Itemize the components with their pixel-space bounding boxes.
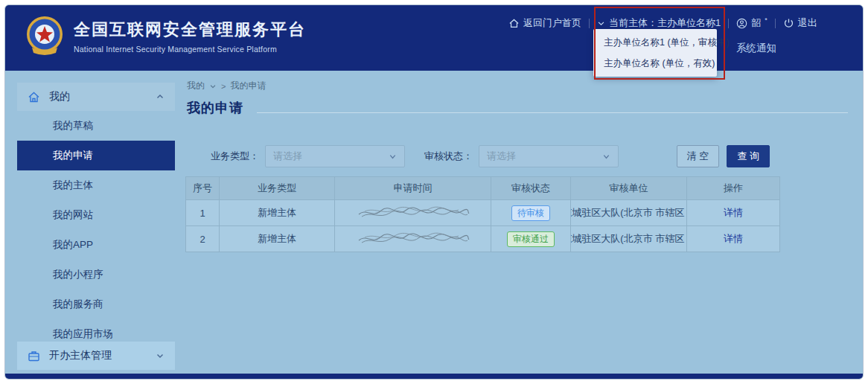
sidebar-item[interactable]: 我的小程序 (17, 260, 175, 289)
cell-apply-time (335, 226, 491, 252)
business-type-label: 业务类型： (211, 150, 259, 163)
col-seq: 序号 (186, 177, 220, 199)
detail-link[interactable]: 详情 (724, 232, 743, 246)
briefcase-icon (28, 350, 40, 362)
sidebar-group-my[interactable]: 我的 (17, 83, 175, 111)
business-type-placeholder: 请选择 (273, 150, 302, 163)
audit-status-placeholder: 请选择 (487, 150, 516, 163)
table-header-row: 序号 业务类型 申请时间 审核状态 审核单位 操作 (186, 177, 779, 200)
police-badge-logo (25, 15, 65, 58)
table-body: 1 新增主体 待审核 东城驻区大队(北京市 市辖区 ... (186, 200, 779, 252)
col-apply-time: 申请时间 (335, 177, 491, 199)
cell-apply-time (335, 200, 491, 225)
chevron-down-icon (602, 153, 610, 161)
sidebar-item[interactable]: 我的网站 (17, 200, 175, 230)
status-badge: 审核通过 (507, 231, 555, 247)
cell-audit-unit: 东城驻区大队(北京市 市辖区 ... (571, 200, 687, 225)
cell-action: 详情 (687, 226, 779, 252)
chevron-down-icon (156, 351, 165, 360)
subject-dropdown: 主办单位名称1 (单位，审核中) 主办单位名称 (单位，有效) (593, 29, 717, 77)
title-divider (257, 112, 848, 113)
sidebar-item[interactable]: 我的服务商 (17, 289, 175, 319)
audit-status-label: 审核状态： (424, 150, 473, 163)
table-row: 1 新增主体 待审核 东城驻区大队(北京市 市辖区 ... (186, 200, 779, 226)
chevron-down-icon (389, 153, 397, 161)
cell-audit-status: 待审核 (491, 200, 571, 225)
breadcrumb: 我的 > 我的申请 (187, 80, 266, 92)
app-window: 全国互联网安全管理服务平台 National Internet Security… (4, 4, 864, 380)
col-audit-status: 审核状态 (491, 177, 571, 199)
cell-seq: 2 (186, 226, 220, 252)
filter-bar: 业务类型： 请选择 审核状态： 请选择 清 空 查 询 (185, 145, 779, 167)
audit-status-select[interactable]: 请选择 (479, 145, 619, 167)
sidebar-item[interactable]: 我的草稿 (17, 111, 175, 141)
cell-audit-status: 审核通过 (491, 226, 571, 252)
business-type-select[interactable]: 请选择 (265, 145, 405, 167)
sidebar-item[interactable]: 我的申请 (17, 141, 175, 170)
col-audit-unit: 审核单位 (571, 177, 687, 199)
sidebar-my-items: 我的草稿 我的申请 我的主体 我的网站 我的APP 我的小程序 我的服务商 我的… (17, 111, 175, 349)
subject-dropdown-item[interactable]: 主办单位名称1 (单位，审核中) (593, 32, 717, 53)
subject-dropdown-item[interactable]: 主办单位名称 (单位，有效) (593, 53, 717, 74)
clear-button[interactable]: 清 空 (677, 145, 720, 167)
chevron-up-icon (156, 92, 165, 101)
chevron-down-icon (209, 83, 217, 90)
sidebar-item[interactable]: 我的主体 (17, 170, 175, 200)
status-badge: 待审核 (511, 205, 550, 221)
detail-link[interactable]: 详情 (724, 206, 743, 220)
breadcrumb-separator: > (221, 82, 226, 91)
cell-seq: 1 (186, 200, 220, 225)
applications-table: 序号 业务类型 申请时间 审核状态 审核单位 操作 1 新增主体 (185, 176, 780, 252)
sidebar: 我的 我的草稿 我的申请 我的主体 我的网站 我的APP 我的小程序 我的服务商 (17, 77, 175, 373)
main-content: 我的 > 我的申请 我的申请 业务类型： 请选择 审核状态： 请选择 (185, 5, 855, 379)
col-action: 操作 (687, 177, 779, 199)
query-button[interactable]: 查 询 (727, 145, 770, 167)
redacted-scribble (354, 230, 472, 248)
page-title: 我的申请 (187, 99, 243, 117)
table-row: 2 新增主体 审核通过 东城驻区大队(北京市 市辖区 .. (186, 226, 779, 252)
cell-audit-unit: 东城驻区大队(北京市 市辖区 ... (571, 226, 687, 252)
sidebar-item[interactable]: 我的APP (17, 230, 175, 260)
breadcrumb-level1[interactable]: 我的 (187, 80, 205, 92)
home-icon (28, 91, 40, 103)
cell-action: 详情 (687, 200, 779, 225)
sidebar-group-my-label: 我的 (49, 90, 147, 103)
sidebar-group-org-label: 开办主体管理 (49, 349, 147, 362)
col-business-type: 业务类型 (220, 177, 335, 199)
redacted-scribble (354, 204, 472, 222)
cell-business-type: 新增主体 (220, 200, 335, 225)
breadcrumb-level2[interactable]: 我的申请 (230, 80, 266, 92)
cell-business-type: 新增主体 (220, 226, 335, 252)
footer-strip (5, 374, 863, 379)
sidebar-group-org[interactable]: 开办主体管理 (17, 342, 175, 370)
